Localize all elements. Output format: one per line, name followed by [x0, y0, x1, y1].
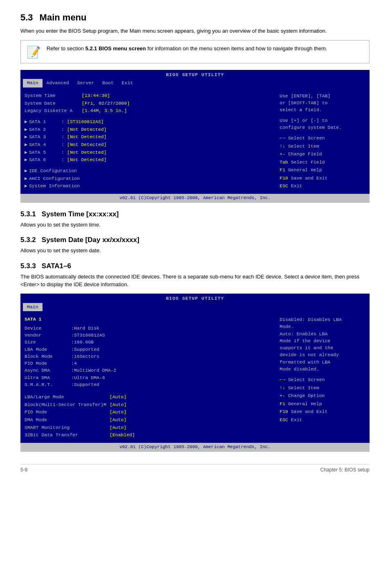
bios-right-panel: Use [ENTER], [TAB] or [SHIFT-TAB] to sel… — [276, 89, 370, 194]
bios-system-time-row: System Time [13:44:30] — [25, 92, 271, 99]
bios-option-smart-monitoring-label: SMART Monitoring — [25, 424, 106, 431]
bios-sata-menubar: Main — [20, 303, 370, 313]
bios-device-key-device: Device — [25, 325, 69, 332]
bios-sata-device-info: Device :Hard Disk Vendor :ST3160812AS Si… — [25, 325, 271, 388]
bios-help-line-5: configure system Date. — [280, 124, 365, 131]
page-footer-left: 5-8 — [20, 467, 27, 473]
bios-sata4-label: ▶ SATA 4 — [25, 141, 61, 148]
bios-menu-main[interactable]: Main — [23, 79, 43, 88]
bios-option-pio-mode-label: PIO Mode — [25, 409, 106, 416]
bios-sata-nav-f1: F1 General Help — [280, 400, 365, 408]
bios-device-row-vendor: Vendor :ST3160812AS — [25, 332, 271, 339]
note-box: 📝 Refer to section 5.2.1 BIOS menu scree… — [20, 40, 370, 63]
bios-sata5-value: [Not Detected] — [67, 149, 107, 156]
bios-device-val-size: :160.0GB — [71, 339, 94, 346]
page-footer: 5-8 Chapter 5: BIOS setup — [20, 464, 370, 473]
bios-sata-body: SATA 1 Device :Hard Disk Vendor :ST31608… — [20, 313, 370, 443]
bios-sata-left-panel: SATA 1 Device :Hard Disk Vendor :ST31608… — [20, 313, 276, 443]
bios-option-lba-large-value: [Auto] — [110, 394, 126, 401]
bios-device-row-size: Size :160.0GB — [25, 339, 271, 346]
bios-device-key-lba: LBA Mode — [25, 346, 69, 353]
section-number: 5.3 — [20, 12, 33, 23]
bios-nav-plusminus: +- Change Field — [280, 150, 365, 158]
bios-device-key-asyncdma: Async DMA — [25, 367, 69, 374]
bios-title: BIOS SETUP UTILITY — [20, 70, 370, 79]
bios-nav-f10: F10 Save and Exit — [280, 174, 365, 182]
note-text: Refer to section 5.2.1 BIOS menu screen … — [47, 45, 327, 53]
bios-system-date-label: System Date — [25, 100, 82, 107]
bios-ide-config: ▶ IDE Configuration — [25, 168, 271, 175]
bios-sata3-label: ▶ SATA 3 — [25, 134, 61, 141]
bios-sata2-row: ▶ SATA 2 : [Not Detected] — [25, 126, 271, 133]
bios-nav-keys: ←→ Select Screen ↑↓ Select Item +- Chang… — [280, 134, 365, 190]
main-section-heading: 5.3 Main menu — [20, 12, 370, 23]
bios-main-footer: v02.61 (C)Copyright 1985-2009, American … — [20, 194, 370, 203]
bios-sata3-row: ▶ SATA 3 : [Not Detected] — [25, 134, 271, 141]
bios-sata-nav-esc: ESC Exit — [280, 416, 365, 424]
bios-option-block-multi-label: Block(Multi-Sector Transfer)M — [25, 402, 106, 408]
bios-option-dma-mode: DMA Mode [Auto] — [25, 417, 271, 424]
bios-device-val-block: :16Sectors — [71, 353, 99, 360]
bios-device-row-block: Block Mode :16Sectors — [25, 353, 271, 360]
bios-option-dma-mode-value: [Auto] — [110, 417, 126, 424]
subsection-533-heading: 5.3.3 SATA1–6 — [20, 262, 370, 270]
bios-menu-server[interactable]: Server — [73, 79, 98, 88]
bios-device-val-ultradma: :Ultra DMA-6 — [71, 374, 105, 381]
bios-sata-nav-plusminus: +- Change Option — [280, 392, 365, 400]
bios-device-key-block: Block Mode — [25, 353, 69, 360]
bios-sata2-value: [Not Detected] — [67, 126, 107, 133]
bios-device-row-device: Device :Hard Disk — [25, 325, 271, 332]
subsection-532-body: Allows you to set the system date. — [20, 247, 370, 255]
bios-sata-footer: v02.61 (C)Copyright 1985-2009, American … — [20, 443, 370, 452]
bios-sata6-label: ▶ SATA 6 — [25, 157, 61, 164]
subsection-533-body: The BIOS automatically detects the conne… — [20, 273, 370, 289]
bios-sata-help-6: devide is not already — [280, 351, 365, 358]
bios-sata-nav-keys: ←→ Select Screen ↑↓ Select Item +- Chang… — [280, 376, 365, 424]
note-text-part2: for information on the menu screen items… — [146, 45, 327, 52]
bios-option-pio-mode-value: [Auto] — [110, 409, 126, 416]
subsection-531-heading: 5.3.1 System Time [xx:xx:xx] — [20, 210, 370, 218]
subsection-532-heading: 5.3.2 System Date [Day xx/xx/xxxx] — [20, 236, 370, 244]
bios-sata-help-2: Mode. — [280, 323, 365, 330]
bios-sata-nav-updown: ↑↓ Select Item — [280, 384, 365, 392]
bios-menubar: Main Advanced Server Boot Exit — [20, 79, 370, 89]
note-icon: 📝 — [27, 45, 41, 59]
bios-option-smart-monitoring-value: [Auto] — [110, 424, 126, 431]
bios-device-row-smart: S.M.A.R.T. :Supported — [25, 381, 271, 388]
bios-legacy-diskette-row: Legacy Diskette A [1.44M, 3.5 in.] — [25, 108, 271, 114]
bios-sata4-row: ▶ SATA 4 : [Not Detected] — [25, 141, 271, 148]
subsection-533-title: SATA1–6 — [42, 262, 71, 270]
bios-device-val-lba: :Supported — [71, 346, 99, 353]
bios-option-lba-large-label: LBA/Large Mode — [25, 394, 106, 401]
bios-sata-title: BIOS SETUP UTILITY — [20, 294, 370, 303]
note-bold: 5.2.1 BIOS menu screen — [85, 45, 146, 52]
bios-device-val-pio: :4 — [71, 360, 77, 367]
bios-left-panel: System Time [13:44:30] System Date [Fri,… — [20, 89, 276, 194]
page-footer-right: Chapter 5: BIOS setup — [320, 467, 370, 473]
bios-help-line-3: select a field. — [280, 106, 365, 113]
bios-sata-help-7: formatted with LBA — [280, 359, 365, 366]
intro-text: When you enter the BIOS Setup program, t… — [20, 27, 370, 35]
section-title: Main menu — [40, 12, 87, 23]
bios-menu-exit[interactable]: Exit — [118, 79, 137, 88]
bios-device-key-pio: PIO Mode — [25, 360, 69, 367]
subsection-532-num: 5.3.2 — [20, 236, 36, 244]
bios-help-line-2: or [SHIFT-TAB] to — [280, 99, 365, 106]
bios-option-smart-monitoring: SMART Monitoring [Auto] — [25, 424, 271, 431]
bios-sata-help-5: supports it and the — [280, 344, 365, 351]
bios-sata-menu-main[interactable]: Main — [23, 303, 43, 312]
bios-menu-boot[interactable]: Boot — [98, 79, 118, 88]
bios-body: System Time [13:44:30] System Date [Fri,… — [20, 89, 370, 194]
subsection-531-num: 5.3.1 — [20, 210, 36, 218]
bios-device-key-ultradma: Ultra DMA — [25, 374, 69, 381]
bios-sata1-label: ▶ SATA 1 — [25, 119, 61, 126]
subsection-531-body: Allows you to set the system time. — [20, 221, 370, 229]
bios-menu-advanced[interactable]: Advanced — [43, 79, 73, 88]
bios-device-val-smart: :Supported — [71, 381, 99, 388]
bios-sata2-label: ▶ SATA 2 — [25, 126, 61, 133]
subsection-531-title: System Time [xx:xx:xx] — [42, 210, 119, 218]
bios-nav-leftright: ←→ Select Screen — [280, 134, 365, 142]
bios-sata-help-4: Mode if the device — [280, 337, 365, 344]
bios-nav-f1: F1 General Help — [280, 166, 365, 174]
bios-device-val-vendor: :ST3160812AS — [71, 332, 105, 339]
